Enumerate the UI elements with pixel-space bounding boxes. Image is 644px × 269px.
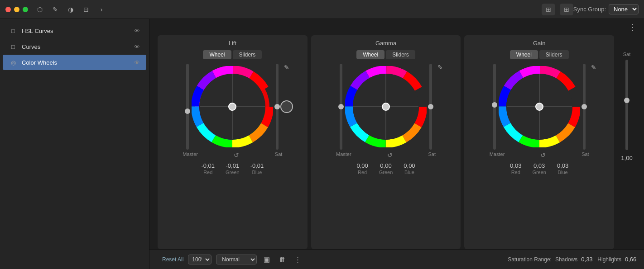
gain-blue-num: 0,03 [557,162,568,169]
lift-master-label: Master [183,151,198,159]
minimize-button[interactable] [14,7,19,12]
lift-red-num: -0,01 [201,162,215,169]
grid-btn[interactable]: ⊞ [560,4,573,15]
sidebar-item-label-hsl-curves: HSL Curves [22,28,130,34]
node-icon[interactable]: ⬡ [35,5,44,14]
sync-group-label: Sync Group: [573,6,606,13]
sat-outer-thumb [624,98,630,103]
close-button[interactable] [5,7,11,12]
lift-green-label: Green [226,170,240,175]
work-area: ⋮ Lift Wheel Sliders [149,19,644,269]
shadows-label: Shadows [555,256,577,263]
traffic-lights [5,7,28,12]
sidebar-item-curves[interactable]: □ Curves 👁 [3,39,146,54]
gain-sat-slider[interactable] [583,64,586,150]
gain-red-label: Red [511,170,520,175]
gamma-panel: Gamma Wheel Sliders [311,35,461,249]
main-content: □ HSL Curves 👁 □ Curves 👁 ◎ Color Wheels… [0,19,644,269]
gain-eyedropper-button[interactable]: ✎ [591,64,596,71]
maximize-button[interactable] [23,7,28,12]
gain-values: 0,03 Red 0,03 Green 0,03 Blue [510,162,568,175]
sat-outer-panel: Sat 1,00 [616,35,638,249]
gain-green-label: Green [532,170,546,175]
color-icon[interactable]: ◑ [66,5,75,14]
lift-blue-num: -0,01 [250,162,264,169]
lift-tabs: Wheel Sliders [203,50,262,59]
lift-eyedropper-button[interactable]: ✎ [284,64,289,71]
gain-master-slider[interactable] [493,64,496,150]
reset-all-button[interactable]: Reset All [162,256,183,263]
lift-master-thumb [185,109,190,114]
gain-color-wheel[interactable] [499,66,580,147]
gain-title: Gain [533,40,545,47]
gamma-eyedropper-button[interactable]: ✎ [437,64,443,71]
saturation-range: Saturation Range: Shadows 0,33 Highlight… [508,256,638,263]
gain-wheel-body: ✎ [493,64,586,150]
gamma-color-wheel[interactable] [345,66,427,147]
highlights-label: Highlights [597,256,621,263]
zoom-select[interactable]: 100% [188,255,211,264]
highlights-value: 0,66 [625,256,638,263]
gain-red-num: 0,03 [510,162,521,169]
deliver-icon[interactable]: ⊡ [82,5,91,14]
sidebar-item-color-wheels[interactable]: ◎ Color Wheels 👁 [3,55,146,70]
more-icon[interactable]: › [97,5,106,14]
folder-btn[interactable]: ⊞ [542,4,555,15]
options-button[interactable]: ⋮ [292,254,303,265]
gamma-reset-btn[interactable]: ↺ [387,151,393,159]
lift-tab-wheel[interactable]: Wheel [203,50,231,59]
gamma-values: 0,00 Red 0,00 Green 0,00 Blue [356,162,415,175]
sat-outer-slider[interactable] [625,60,628,150]
lift-wheel-body: ✎ [186,64,279,150]
sidebar-item-hsl-curves[interactable]: □ HSL Curves 👁 [3,23,146,38]
lift-panel: Lift Wheel Sliders [158,35,308,249]
lift-red-label: Red [203,170,212,175]
hsl-curves-eye-icon[interactable]: 👁 [134,28,140,34]
sync-group-select[interactable]: None [609,4,639,14]
wheels-area: Lift Wheel Sliders [149,35,644,249]
color-wheels-icon: ◎ [9,58,17,66]
gamma-master-slider[interactable] [340,64,342,150]
titlebar-icons: ⬡ ✎ ◑ ⊡ › [35,5,106,14]
svg-point-30 [382,103,389,110]
gain-tab-sliders[interactable]: Sliders [539,50,569,59]
gamma-tab-wheel[interactable]: Wheel [356,50,384,59]
lift-title: Lift [229,40,236,47]
gain-sat-thumb [582,104,587,109]
gamma-red-label: Red [358,170,367,175]
gain-blue-label: Blue [558,170,568,175]
lift-sat-slider[interactable] [276,64,279,150]
gain-tab-wheel[interactable]: Wheel [510,50,538,59]
lift-tab-sliders[interactable]: Sliders [233,50,262,59]
delete-button[interactable]: 🗑 [277,254,288,265]
gamma-master-label: Master [336,151,351,159]
shadows-value: 0,33 [581,256,594,263]
lift-blue-label: Blue [252,170,262,175]
lift-master-slider[interactable] [186,64,189,150]
curves-eye-icon[interactable]: 👁 [134,43,140,50]
gain-master-label: Master [490,151,505,159]
work-area-header: ⋮ [149,19,644,35]
lift-reset-btn[interactable]: ↺ [234,151,239,159]
gamma-red-val: 0,00 Red [356,162,368,175]
gain-red-val: 0,03 Red [510,162,521,175]
lift-color-wheel[interactable] [192,66,273,147]
svg-point-15 [229,103,236,110]
camera-button[interactable]: ▣ [261,254,272,265]
gain-tabs: Wheel Sliders [510,50,569,59]
sat-panel-label: Sat [623,52,631,57]
lift-sat-thumb [274,104,280,109]
gamma-tab-sliders[interactable]: Sliders [386,50,415,59]
sidebar: □ HSL Curves 👁 □ Curves 👁 ◎ Color Wheels… [0,19,149,269]
kebab-menu-button[interactable]: ⋮ [629,22,638,32]
blend-mode-select[interactable]: Normal [216,255,257,264]
gamma-sat-slider[interactable] [429,64,432,150]
gamma-wheel-body: ✎ [340,64,432,150]
svg-point-45 [536,103,543,110]
color-wheels-eye-icon[interactable]: 👁 [134,59,140,66]
edit-icon[interactable]: ✎ [51,5,60,14]
gain-sat-label: Sat [582,151,589,159]
lift-green-val: -0,01 Green [226,162,240,175]
saturation-range-label: Saturation Range: [508,256,552,263]
gain-reset-btn[interactable]: ↺ [540,151,546,159]
